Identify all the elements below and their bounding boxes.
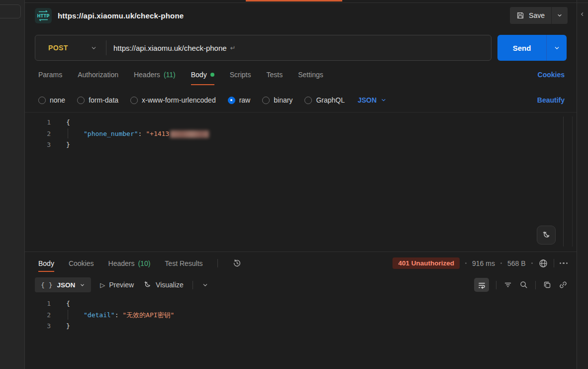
send-options-button[interactable] [547,35,567,61]
request-title: https://api.xiaomu.uk/check-phone [58,11,184,20]
divider [193,281,193,289]
right-rail [577,0,588,369]
radio-form-data[interactable]: form-data [77,96,118,104]
play-outline-icon: ▷ [100,281,105,289]
code-line: 1 { [25,298,577,310]
response-status-group: 401 Unauthorized 916 ms 568 B [392,257,568,269]
tab-authorization[interactable]: Authorization [78,71,118,79]
tab-scripts[interactable]: Scripts [230,71,251,79]
request-body-editor[interactable]: 1 { 2 "phone_number": "+1413 3 } [25,112,577,251]
response-tab-cookies[interactable]: Cookies [69,259,94,267]
preview-button[interactable]: ▷ Preview [100,281,134,289]
radio-graphql[interactable]: GraphQL [304,96,345,104]
response-tab-test-results[interactable]: Test Results [165,259,202,267]
send-button[interactable]: Send [497,35,546,61]
search-button[interactable] [519,280,528,289]
response-body-editor[interactable]: 1 { 2 "detail": "无效的API密钥" 3 } [25,295,577,369]
copy-icon [543,280,552,289]
tab-settings[interactable]: Settings [298,71,323,79]
tab-body[interactable]: Body [191,71,214,79]
radio-binary[interactable]: binary [262,96,293,104]
indent-guide [68,310,84,320]
response-tools [474,278,568,292]
http-badge-text: HTTP [37,13,49,18]
redacted-phone-digits [170,130,209,138]
tab-tests[interactable]: Tests [266,71,283,79]
chevron-down-icon [202,282,208,288]
chevron-down-icon [91,45,97,51]
network-info-button[interactable] [538,258,548,268]
line-number: 3 [25,139,51,151]
code-line: 2 "phone_number": "+1413 [25,128,577,140]
method-label: POST [48,44,68,52]
response-time[interactable]: 916 ms [472,259,495,267]
indent-guide [68,128,84,138]
wrap-text-button[interactable] [474,278,489,292]
line-number: 2 [25,310,51,321]
postbot-button[interactable] [537,226,556,245]
link-icon [559,280,568,289]
radio-raw[interactable]: raw [228,96,251,104]
response-tab-headers[interactable]: Headers(10) [108,259,151,267]
editor-edge [572,117,573,246]
visualize-button[interactable]: Visualize [143,280,184,289]
radio-none[interactable]: none [38,96,65,104]
response-section: Body Cookies Headers(10) Test Results 40… [25,251,577,369]
more-options-icon[interactable] [560,262,568,264]
collapse-panel-arrow-icon[interactable] [580,12,585,16]
tab-headers[interactable]: Headers(11) [134,71,176,79]
radio-x-www-form-urlencoded[interactable]: x-www-form-urlencoded [130,96,216,104]
sidebar-collapsed-control[interactable] [0,4,21,18]
chevron-down-icon [554,45,560,51]
send-split-button: Send [497,35,567,61]
cookies-link[interactable]: Cookies [538,71,565,79]
code-line: 2 "detail": "无效的API密钥" [25,310,577,321]
url-input[interactable]: https://api.xiaomu.uk/check-phone [113,44,227,52]
history-clock-icon [232,258,242,268]
globe-icon [538,258,548,268]
line-number: 1 [25,298,51,310]
http-request-icon: HTTP [35,8,52,23]
json-value: "无效的API密钥" [122,311,174,319]
tabstrip-divider [25,2,588,3]
copy-button[interactable] [543,280,552,289]
request-tabs: Params Authorization Headers(11) Body Sc… [25,61,577,88]
response-tab-body[interactable]: Body [38,259,54,267]
save-button[interactable]: Save [510,7,551,24]
headers-count: (11) [164,71,176,79]
enter-hint-glyph: ↵ [230,44,236,52]
dot-separator [465,262,467,264]
beautify-link[interactable]: Beautify [537,96,565,104]
divider [554,259,554,267]
tab-params[interactable]: Params [38,71,62,79]
code-line: 3 } [25,139,577,151]
json-key: "phone_number" [84,130,138,137]
radio-circle-selected [228,97,235,104]
share-link-button[interactable] [559,280,568,289]
response-tabs: Body Cookies Headers(10) Test Results 40… [25,252,577,274]
filter-button[interactable] [503,280,512,289]
dot-separator [500,262,502,264]
method-select[interactable]: POST [35,44,106,52]
response-format-select[interactable]: { } JSON [35,277,91,292]
divider [535,281,536,289]
raw-language-select[interactable]: JSON [358,96,387,104]
line-number: 1 [25,117,51,128]
save-button-label: Save [529,11,545,19]
radio-circle [77,97,85,104]
workspace-main: HTTP https://api.xiaomu.uk/check-phone S… [25,0,577,369]
response-history-button[interactable] [232,258,242,268]
save-split-button: Save [510,7,568,24]
editor-scrollbar[interactable] [563,117,564,246]
json-value-visible: "+1413 [146,130,169,137]
expand-toolbar-button[interactable] [202,282,208,288]
chevron-down-icon [381,97,387,103]
postbot-sparkle-icon [541,230,551,240]
code-line: 3 } [25,321,577,332]
json-key: "detail" [84,311,115,319]
radio-circle [130,97,138,104]
save-options-button[interactable] [552,7,568,24]
response-size[interactable]: 568 B [507,259,526,267]
status-badge[interactable]: 401 Unauthorized [392,257,460,269]
line-number: 3 [25,321,51,332]
